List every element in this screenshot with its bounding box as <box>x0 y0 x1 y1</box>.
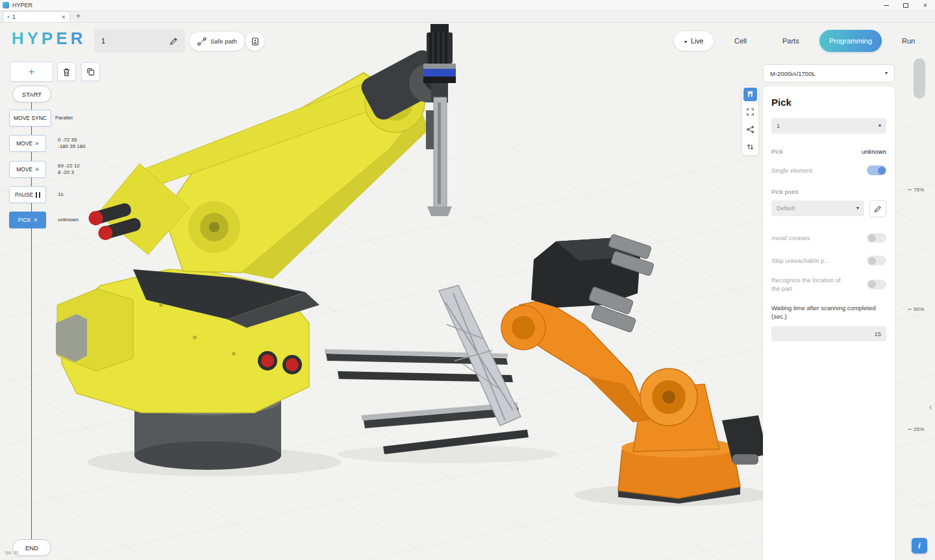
fast-forward-icon: » <box>35 166 39 173</box>
tab-close-icon[interactable]: × <box>62 14 66 21</box>
program-document-button[interactable] <box>245 31 265 51</box>
zoom-mark-50: 50% <box>908 306 924 312</box>
single-element-label: Single element <box>771 167 812 174</box>
fit-view-button[interactable] <box>743 105 757 119</box>
info-button[interactable]: i <box>912 538 927 554</box>
skip-unreachable-row: Skip unreachable p... <box>771 256 886 265</box>
pick-point-row: Default ▾ <box>771 201 886 217</box>
nav-cell[interactable]: Cell <box>734 37 747 45</box>
minimize-button[interactable] <box>877 0 896 10</box>
chevron-down-icon: ▾ <box>856 206 859 211</box>
robot-model-value: M-2000iA/1700L <box>770 70 816 77</box>
avoid-creases-toggle[interactable] <box>867 233 886 243</box>
pick-point-select[interactable]: Default ▾ <box>771 201 864 216</box>
view-tools <box>742 86 758 155</box>
command-label: PAUSE <box>15 191 33 198</box>
start-node[interactable]: START <box>12 86 51 103</box>
pick-settings-panel: Pick 1 ▾ Pick unknown Single element Pic… <box>763 86 895 560</box>
program-name-value: 1 <box>101 37 105 45</box>
pause-icon <box>36 192 40 198</box>
single-element-toggle[interactable] <box>867 165 886 175</box>
waiting-time-input[interactable] <box>771 326 886 341</box>
pick-index-select[interactable]: 1 ▾ <box>771 118 886 134</box>
end-effector-button[interactable] <box>743 88 757 101</box>
nav-run[interactable]: Run <box>902 37 915 45</box>
delete-button[interactable] <box>57 62 76 81</box>
nav-parts[interactable]: Parts <box>782 37 799 45</box>
program-document-icon <box>251 37 260 46</box>
sequence-item-move-sync: MOVE SYNC Parallel <box>9 110 73 127</box>
command-label: MOVE <box>16 166 32 173</box>
hyper-logo: HYPER <box>12 29 86 49</box>
expand-icon <box>746 108 754 116</box>
move-sync-button[interactable]: MOVE SYNC <box>9 110 51 127</box>
command-label: MOVE <box>16 140 32 147</box>
command-label: PICK <box>18 217 31 223</box>
node-links-button[interactable] <box>743 123 757 136</box>
swap-vertical-button[interactable] <box>743 140 757 154</box>
tab-label: 1 <box>12 14 59 20</box>
tick-icon <box>908 429 912 430</box>
add-command-button[interactable]: + <box>10 62 53 82</box>
single-element-row: Single element <box>771 165 886 175</box>
collapse-up-icon: » <box>32 218 38 222</box>
new-tab-button[interactable]: + <box>76 12 81 22</box>
program-name-field[interactable]: 1 <box>94 29 185 53</box>
sequence-item-pick: PICK » unknown <box>9 212 79 228</box>
move-button-2[interactable]: MOVE » <box>9 161 46 178</box>
copy-icon <box>86 67 95 76</box>
chevron-down-icon: ▾ <box>885 71 888 76</box>
pick-label: Pick <box>771 148 783 155</box>
fast-forward-icon: » <box>35 140 39 147</box>
recognize-label: Recognize the location of the part <box>771 276 844 293</box>
safe-path-button[interactable]: Safe path <box>189 31 245 51</box>
maximize-button[interactable] <box>896 0 916 10</box>
tick-icon <box>908 189 912 190</box>
skip-unreachable-toggle[interactable] <box>867 256 886 265</box>
command-label: MOVE SYNC <box>14 115 47 121</box>
minimize-icon <box>884 5 889 6</box>
share-nodes-icon <box>746 125 754 134</box>
recognize-row: Recognize the location of the part <box>771 276 886 293</box>
pick-button[interactable]: PICK » <box>9 212 46 228</box>
waiting-time-label: Waiting time after scanning completed (s… <box>771 304 886 322</box>
duplicate-button[interactable] <box>81 62 100 81</box>
nav-programming[interactable]: Programming <box>819 30 882 52</box>
gripper-icon <box>746 90 754 99</box>
window-titlebar: HYPER × <box>0 0 935 11</box>
sequence-item-pause: PAUSE 1s <box>9 186 63 203</box>
pick-point-label: Pick point <box>771 188 886 195</box>
pick-point-edit-button[interactable] <box>869 201 886 217</box>
app-icon <box>3 2 9 8</box>
tab-status-dot-icon: ● <box>7 15 10 19</box>
safe-path-label: Safe path <box>210 38 237 45</box>
zoom-scrollbar-thumb[interactable] <box>914 58 925 99</box>
tick-icon <box>908 309 912 310</box>
pause-button[interactable]: PAUSE <box>9 186 46 203</box>
maximize-icon <box>903 3 908 8</box>
panel-title: Pick <box>771 97 886 108</box>
recognize-toggle[interactable] <box>867 280 886 289</box>
panel-collapse-handle[interactable]: ‹ <box>926 397 935 415</box>
close-button[interactable]: × <box>916 0 935 10</box>
trash-icon <box>62 67 71 77</box>
skip-unreachable-label: Skip unreachable p... <box>771 257 829 264</box>
close-icon: × <box>923 1 927 9</box>
avoid-creases-label: Avoid creases <box>771 234 810 241</box>
live-label: Live <box>691 37 703 45</box>
zoom-mark-25: 25% <box>908 426 924 432</box>
tab-bar: ● 1 × + <box>0 11 935 23</box>
zoom-mark-75: 75% <box>908 187 924 193</box>
tab-1[interactable]: ● 1 × <box>3 11 70 22</box>
command-params: 69 -22 12 8 -20 3 <box>58 163 80 177</box>
edit-icon <box>874 205 882 213</box>
sequence-item-move-2: MOVE » 69 -22 12 8 -20 3 <box>9 161 80 178</box>
robot-model-select[interactable]: M-2000iA/1700L ▾ <box>763 64 895 82</box>
command-params: unknown <box>58 217 79 223</box>
live-toggle[interactable]: ● Live <box>673 30 714 51</box>
command-params: 1s <box>58 191 63 198</box>
edit-icon[interactable] <box>169 37 178 45</box>
move-button-1[interactable]: MOVE » <box>9 135 46 152</box>
avoid-creases-row: Avoid creases <box>771 233 886 243</box>
window-controls: × <box>877 0 935 10</box>
